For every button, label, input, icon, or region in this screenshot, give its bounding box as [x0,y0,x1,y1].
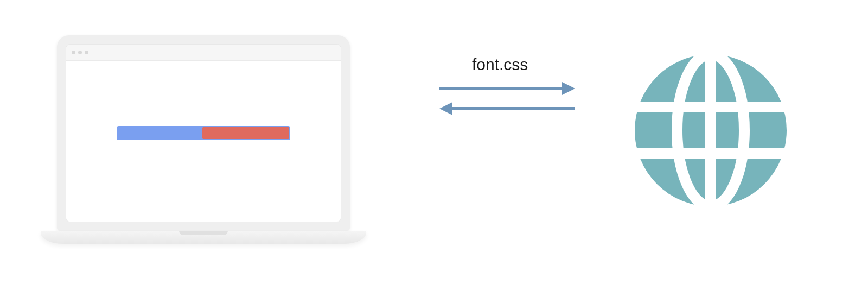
browser-title-bar [66,45,341,61]
loading-bar [117,126,290,140]
globe-icon [629,49,792,214]
traffic-light-dot-icon [72,51,75,54]
font-loading-diagram: font.css [0,0,868,290]
loading-bar-remaining [202,127,289,139]
arrow-right-icon [439,80,575,97]
browser-viewport [66,61,341,222]
svg-marker-1 [562,82,575,95]
laptop-screen-bezel [57,35,350,231]
arrow-left-icon [439,100,575,117]
browser-window [66,44,341,222]
traffic-light-dot-icon [78,51,82,54]
laptop-base [41,231,366,244]
request-label: font.css [472,55,528,74]
laptop-icon [57,35,350,244]
traffic-light-dot-icon [85,51,88,54]
svg-point-8 [635,54,787,206]
laptop-hinge-notch [179,231,228,235]
svg-marker-3 [439,102,452,115]
